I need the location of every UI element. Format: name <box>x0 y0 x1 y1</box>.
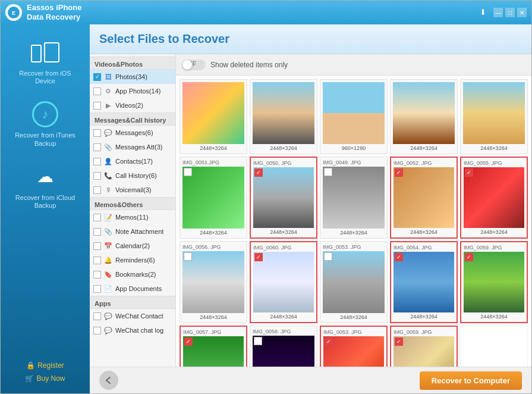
photo-checkbox[interactable] <box>325 337 333 346</box>
category-messages[interactable]: 💬 Messages(6) <box>90 126 175 140</box>
photo-cell-r3c5[interactable]: IMG_0059. JPG 2448×3264 <box>460 241 528 323</box>
photo-checkbox[interactable] <box>254 337 262 345</box>
photo-checkbox[interactable] <box>184 252 192 261</box>
category-reminders[interactable]: 🔔 Reminders(6) <box>90 253 175 267</box>
category-wechat[interactable]: 💬 WeChat Contact <box>90 309 175 323</box>
category-wechat-log[interactable]: 💬 WeChat chat log <box>90 323 175 337</box>
page-title: Select Files to Recover <box>99 32 229 46</box>
photo-image <box>182 82 244 144</box>
category-voicemail[interactable]: 🎙 Voicemail(3) <box>90 183 175 197</box>
memos-checkbox[interactable] <box>93 214 101 221</box>
photos-area: OFF Show deleted items only <box>176 54 531 367</box>
photo-filename: IMG_0050. JPG <box>253 160 314 166</box>
photo-checkbox[interactable] <box>465 253 473 261</box>
photo-checkbox[interactable] <box>395 337 403 346</box>
itunes-circle-icon: ♪ <box>32 101 58 127</box>
photo-cell-r3c3[interactable]: IMG_0053. JPG 2448×3264 <box>320 241 388 323</box>
sidebar-item-itunes[interactable]: ♪ Recover from iTunesBackup <box>1 92 90 154</box>
category-bookmarks[interactable]: 🔖 Bookmarks(2) <box>90 267 175 282</box>
note-att-checkbox[interactable] <box>93 228 101 236</box>
sidebar-item-ios[interactable]: Recover from iOSDevice <box>1 30 90 92</box>
photo-filename: IMG_0057. JPG <box>183 329 244 335</box>
register-link[interactable]: 🔒 Register <box>26 361 64 370</box>
call-history-checkbox[interactable] <box>93 172 101 180</box>
msg-att-checkbox[interactable] <box>93 143 101 151</box>
recover-button[interactable]: Recover to Computer <box>420 371 522 390</box>
sort-icon[interactable]: ⬇ <box>480 8 486 17</box>
wechat-log-icon: 💬 <box>103 326 113 335</box>
photo-cell-r1c2[interactable]: 2448×3264 <box>250 79 317 154</box>
app-photos-checkbox[interactable] <box>93 87 101 95</box>
photo-grid-container[interactable]: 2448×3264 2448×3264 <box>176 76 531 367</box>
category-calendar[interactable]: 📅 Calendar(2) <box>90 239 175 253</box>
photo-filename: IMG_0056. JPG <box>182 244 244 250</box>
photo-cell-r1c5[interactable]: 2448×3264 <box>460 79 528 154</box>
category-videos[interactable]: ▶ Videos(2) <box>90 98 175 112</box>
category-call-history[interactable]: 📞 Call History(6) <box>90 168 175 183</box>
category-app-docs[interactable]: 📄 App Documents <box>90 282 175 296</box>
messages-checkbox[interactable] <box>93 129 101 137</box>
reminders-checkbox[interactable] <box>93 257 101 264</box>
back-button[interactable] <box>99 371 118 390</box>
photo-checkbox[interactable] <box>184 168 192 176</box>
photo-cell-r2c2[interactable]: IMG_0050. JPG 2448×3264 <box>250 157 317 239</box>
photo-checkbox[interactable] <box>254 253 263 261</box>
minimize-button[interactable]: — <box>493 8 503 17</box>
app-photos-label: App Photos(14) <box>115 87 160 95</box>
photo-checkbox[interactable] <box>254 168 263 177</box>
close-button[interactable]: ✕ <box>517 8 527 17</box>
photo-cell-r4c2[interactable]: IMG_0058. JPG 2448×3264 🗑 <box>250 326 317 367</box>
photo-cell-r3c4[interactable]: IMG_0054. JPG 2448×3264 <box>390 241 458 323</box>
bookmarks-icon: 🔖 <box>103 270 113 279</box>
photo-checkbox[interactable] <box>395 168 403 177</box>
category-app-photos[interactable]: ⚙ App Photos(14) <box>90 84 175 98</box>
photo-dims: 960×1280 <box>323 145 385 151</box>
photo-cell-r1c3[interactable]: 960×1280 <box>320 79 388 154</box>
toggle-knob <box>182 60 192 70</box>
photo-cell-r2c4[interactable]: IMG_0052. JPG 2448×3264 <box>390 157 458 239</box>
wechat-checkbox[interactable] <box>93 312 101 320</box>
wechat-log-checkbox[interactable] <box>93 327 101 334</box>
photo-checkbox[interactable] <box>184 337 193 346</box>
photo-checkbox[interactable] <box>395 253 403 261</box>
category-msg-att[interactable]: 📎 Messages Att(3) <box>90 140 175 154</box>
category-note-att[interactable]: 📎 Note Attachment <box>90 224 175 239</box>
photo-cell-r2c3[interactable]: IMG_0049. JPG 2448×3264 <box>320 157 388 239</box>
cloud-icon: ☁ <box>37 167 53 186</box>
category-memos[interactable]: 📝 Memos(11) <box>90 210 175 224</box>
category-photos[interactable]: 🖼 Photos(34) <box>90 70 175 84</box>
buy-now-link[interactable]: 🛒 Buy Now <box>25 374 65 383</box>
restore-button[interactable]: □ <box>505 8 515 17</box>
app-docs-label: App Documents <box>115 285 162 292</box>
sidebar-bottom: 🔒 Register 🛒 Buy Now <box>1 357 90 387</box>
photo-cell-r3c2[interactable]: IMG_0060. JPG 2448×3264 <box>250 241 317 323</box>
bookmarks-checkbox[interactable] <box>93 271 101 279</box>
app-docs-checkbox[interactable] <box>93 285 101 293</box>
toggle-track[interactable]: OFF <box>182 60 206 70</box>
photo-checkbox[interactable] <box>324 252 332 261</box>
photo-cell-r2c5[interactable]: IMG_0055. JPG 2448×3264 <box>460 157 528 239</box>
main-content: Recover from iOSDevice ♪ Recover from iT… <box>1 24 531 393</box>
photo-checkbox[interactable] <box>465 168 473 177</box>
photo-cell-r1c4[interactable]: 2448×3264 <box>390 79 458 154</box>
sidebar-item-icloud[interactable]: ☁ Recover from iCloudBackup <box>1 155 90 217</box>
photo-cell-r4c3[interactable]: IMG_0053. JPG 2448×3264 🗑 <box>320 326 388 367</box>
voicemail-checkbox[interactable] <box>93 186 101 194</box>
title-bar: E Eassos iPhone Data Recovery ⬇ — □ ✕ <box>1 1 531 24</box>
photo-cell-r4c4[interactable]: IMG_0059. JPG 2448×3264 🗑 <box>390 326 458 367</box>
photos-checkbox[interactable] <box>93 73 101 81</box>
calendar-checkbox[interactable] <box>93 242 101 250</box>
photo-checkbox[interactable] <box>324 168 332 176</box>
photo-filename: IMG_0059. JPG <box>464 245 524 251</box>
videos-checkbox[interactable] <box>93 102 101 110</box>
contacts-checkbox[interactable] <box>93 158 101 165</box>
photo-cell-r4c1[interactable]: IMG_0057. JPG 2448×3264 <box>180 326 247 367</box>
photo-cell-r1c1[interactable]: 2448×3264 <box>180 79 247 154</box>
photo-filename: IMG_0053. JPG <box>323 329 384 335</box>
photo-cell-r2c1[interactable]: IMG_0051.JPG 2448×3264 <box>180 157 247 239</box>
toggle-switch[interactable]: OFF <box>182 60 206 70</box>
photo-image <box>253 167 314 228</box>
photo-image <box>182 251 244 313</box>
category-contacts[interactable]: 👤 Contacts(17) <box>90 154 175 168</box>
photo-cell-r3c1[interactable]: IMG_0056. JPG 2448×3264 <box>180 241 247 323</box>
